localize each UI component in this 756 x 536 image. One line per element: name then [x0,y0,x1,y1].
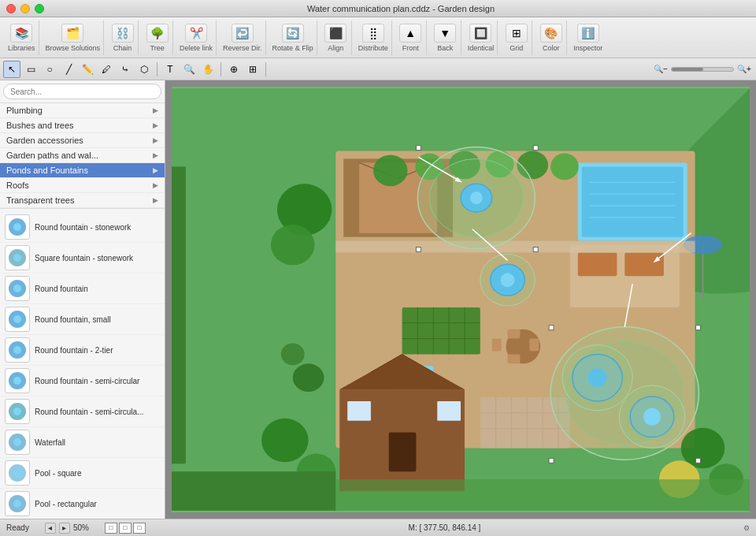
category-item-3[interactable]: Garden paths and wal...▶ [0,148,165,163]
toolbar-deletelink[interactable]: ✂️ Delete link [176,20,217,55]
color-icon[interactable]: 🎨 [540,24,562,43]
lib-item-6[interactable]: Round fountain - semi-circula... [0,396,165,427]
category-item-6[interactable]: Transparent trees▶ [0,193,165,208]
toolbar-identical[interactable]: 🔲 Identical [465,20,498,55]
toolbar-libraries[interactable]: 📚 Libraries [5,20,39,55]
category-item-5[interactable]: Roofs▶ [0,178,165,193]
lib-item-5[interactable]: Round fountain - semi-circular [0,366,165,396]
toolbar-distribute[interactable]: ⣿ Distribute [355,20,392,55]
category-item-4[interactable]: Ponds and Fountains▶ [0,163,165,178]
grid-icon[interactable]: ⊞ [506,24,528,43]
zoom-in-btn[interactable]: 🔍+ [736,61,753,78]
zoom-decrease-btn[interactable]: ◂ [45,523,56,534]
tree-icon[interactable]: 🌳 [146,24,169,43]
toolbar-tree[interactable]: 🌳 Tree [142,20,173,55]
search-input[interactable] [3,84,161,99]
connect-tool[interactable]: ⤷ [117,61,134,78]
svg-rect-69 [347,401,371,421]
lib-icon-8 [5,460,30,486]
lib-item-2[interactable]: Round fountain [0,274,165,304]
hand-tool[interactable]: ✋ [199,61,217,78]
svg-point-87 [470,192,483,204]
grid-tool[interactable]: ⊞ [244,61,261,78]
tools-bar: ↖ ▭ ○ ╱ ✏️ 🖊 ⤷ ⬡ T 🔍 ✋ ⊕ ⊞ 🔍− 🔍+ [0,58,756,80]
back-icon[interactable]: ▼ [434,24,456,43]
page-btn-1[interactable]: □ [105,523,117,534]
category-list: Plumbing▶Bushes and trees▶Garden accesso… [0,103,165,209]
lib-icon-9 [5,491,30,516]
zoom-in-tool[interactable]: 🔍 [180,61,198,78]
zoom-increase-btn[interactable]: ▸ [59,523,70,534]
inspector-icon[interactable]: ℹ️ [577,24,599,43]
svg-point-99 [588,368,607,387]
lib-item-4[interactable]: Round fountain - 2-tier [0,335,165,366]
svg-rect-54 [529,339,539,352]
line-tool[interactable]: ╱ [60,61,77,78]
color-label: Color [543,44,560,52]
lib-item-3[interactable]: Round fountain, small [0,304,165,335]
zoom-slider[interactable] [671,67,734,72]
window-title: Water communication plan.cddz - Garden d… [52,4,750,13]
ellipse-tool[interactable]: ○ [41,61,58,78]
category-item-0[interactable]: Plumbing▶ [0,103,165,118]
cat-arrow: ▶ [153,196,158,204]
rect-tool[interactable]: ▭ [22,61,39,78]
polygon-tool[interactable]: ⬡ [135,61,153,78]
front-icon[interactable]: ▲ [399,24,421,43]
pen-tool[interactable]: 🖊 [98,61,115,78]
lib-item-0[interactable]: Round fountain - stonework [0,212,165,243]
libraries-icon[interactable]: 📚 [10,24,32,43]
reverse-icon[interactable]: ↩️ [232,24,254,43]
toolbar-inspector[interactable]: ℹ️ Inspector [570,20,606,55]
toolbar-grid[interactable]: ⊞ Grid [501,20,532,55]
lib-icon-3 [5,307,30,332]
toolbar-rotate[interactable]: 🔄 Rotate & Flip [269,20,317,55]
toolbar-back[interactable]: ▼ Back [430,20,461,55]
page-btn-3[interactable]: □ [133,523,146,534]
svg-rect-31 [582,166,684,236]
toolbar-color[interactable]: 🎨 Color [536,20,567,55]
toolbar-reverse[interactable]: ↩️ Reverse Dir. [220,20,266,55]
lib-label-0: Round fountain - stonework [35,223,131,232]
toolbar-chain[interactable]: ⛓️ Chain [107,20,139,55]
toolbar-browse[interactable]: 🗂️ Browse Solutions [43,20,105,55]
zoom-control[interactable]: ◂ ▸ 50% [45,523,89,534]
maximize-button[interactable] [35,4,44,13]
zoom-out-btn[interactable]: 🔍− [652,61,669,78]
lib-item-1[interactable]: Square fountain - stonework [0,243,165,274]
identical-icon[interactable]: 🔲 [469,24,491,43]
text-tool[interactable]: T [161,61,179,78]
items-list: Round fountain - stoneworkSquare fountai… [0,209,165,519]
lib-item-8[interactable]: Pool - square [0,458,165,489]
svg-point-79 [261,419,309,463]
page-btn-2[interactable]: □ [119,523,132,534]
browse-icon[interactable]: 🗂️ [61,24,83,43]
select-tool[interactable]: ↖ [3,61,20,78]
category-item-2[interactable]: Garden accessories▶ [0,133,165,148]
separator-1 [157,62,158,76]
pencil-tool[interactable]: ✏️ [79,61,96,78]
lib-item-9[interactable]: Pool - rectangular [0,489,165,519]
rotate-icon[interactable]: 🔄 [282,24,304,43]
cat-arrow: ▶ [153,121,158,129]
svg-rect-55 [492,339,502,352]
lib-item-7[interactable]: Waterfall [0,427,165,458]
cat-label: Garden paths and wal... [6,151,98,160]
category-item-1[interactable]: Bushes and trees▶ [0,118,165,133]
svg-rect-103 [549,326,554,330]
snap-tool[interactable]: ⊕ [225,61,243,78]
toolbar-align[interactable]: ⬛ Align [321,20,352,55]
distribute-label: Distribute [358,44,388,52]
minimize-button[interactable] [20,4,30,13]
page-controls: □ □ □ [105,523,146,534]
canvas-area[interactable] [165,80,756,519]
close-button[interactable] [6,4,16,13]
toolbar-front[interactable]: ▲ Front [395,20,427,55]
deletelink-icon[interactable]: ✂️ [185,24,207,43]
main-content: Plumbing▶Bushes and trees▶Garden accesso… [0,80,756,519]
align-icon[interactable]: ⬛ [324,24,346,43]
chain-icon[interactable]: ⛓️ [112,24,134,43]
svg-point-78 [271,225,315,266]
distribute-icon[interactable]: ⣿ [362,24,384,43]
reverse-label: Reverse Dir. [223,44,262,52]
